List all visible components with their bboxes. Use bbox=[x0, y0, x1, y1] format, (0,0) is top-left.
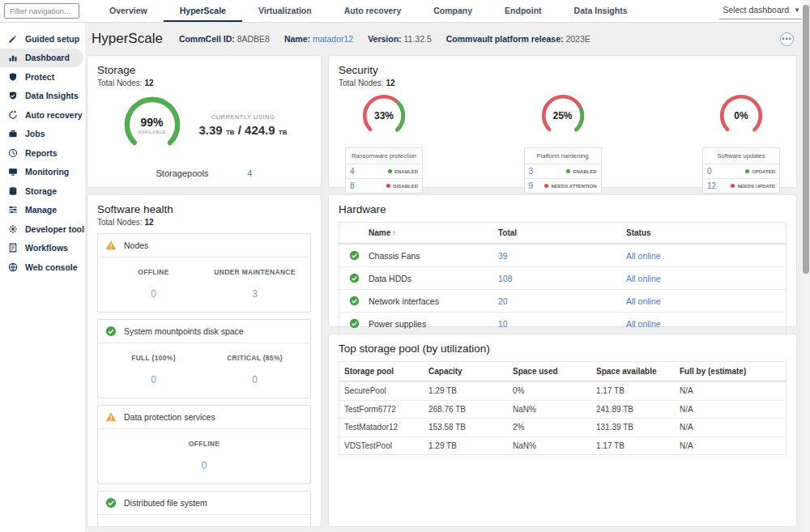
storagepools-row: Storagepools 4 bbox=[97, 168, 311, 178]
sidebar-item-manage[interactable]: Manage bbox=[0, 201, 85, 220]
sidebar-item-reports[interactable]: Reports bbox=[0, 143, 85, 163]
hardware-table-header: Name↑ Total Status bbox=[339, 223, 786, 244]
tab-endpoint[interactable]: Endpoint bbox=[488, 0, 558, 22]
hardware-status-link[interactable]: All online bbox=[626, 274, 786, 283]
col-storage-pool[interactable]: Storage pool bbox=[344, 367, 428, 376]
platform-release-label: Commvault platform release: bbox=[446, 34, 564, 44]
hardware-col-name[interactable]: Name↑ bbox=[369, 228, 498, 237]
sidebar-item-label: Reports bbox=[25, 148, 58, 158]
status-label: DISABLED bbox=[393, 184, 418, 189]
storagepools-count-link[interactable]: 4 bbox=[247, 168, 252, 178]
table-row: Data HDDs 108 All online bbox=[339, 266, 786, 289]
enabled-count-link[interactable]: 4 bbox=[350, 167, 355, 176]
tab-data-insights[interactable]: Data Insights bbox=[558, 0, 644, 22]
commcell-name-link[interactable]: matador12 bbox=[313, 34, 353, 44]
tab-overview[interactable]: Overview bbox=[93, 0, 164, 22]
report-gauge-icon bbox=[8, 148, 18, 158]
gear-icon bbox=[8, 224, 18, 234]
col-space-used[interactable]: Space used bbox=[513, 367, 596, 376]
software-health-total-nodes: Total Nodes: 12 bbox=[97, 218, 311, 227]
hardware-total-link[interactable]: 10 bbox=[498, 319, 626, 329]
critical-count-link[interactable]: 0 bbox=[204, 374, 305, 385]
more-actions-button[interactable]: ••• bbox=[780, 32, 794, 46]
dashboard-tabs: Overview HyperScale Virtualization Auto … bbox=[93, 0, 719, 22]
filter-navigation-input[interactable] bbox=[4, 3, 79, 19]
sidebar-item-jobs[interactable]: Jobs bbox=[0, 125, 85, 144]
sliders-icon bbox=[8, 205, 18, 215]
offline-label: OFFLINE bbox=[103, 526, 305, 527]
pool-capacity: 153.58 TB bbox=[428, 423, 513, 432]
pool-space-available: 1.17 TB bbox=[596, 386, 680, 395]
hardware-status-link[interactable]: All online bbox=[626, 251, 786, 261]
enabled-count-link[interactable]: 3 bbox=[529, 167, 534, 176]
offline-count-link[interactable]: 0 bbox=[103, 288, 204, 300]
needs-update-count-link[interactable]: 12 bbox=[707, 181, 716, 190]
sidebar-item-auto-recovery[interactable]: Auto recovery bbox=[0, 105, 85, 125]
scrollbar-thumb[interactable] bbox=[803, 5, 809, 274]
top-storage-pool-card: Top storage pool (by utilization) Storag… bbox=[328, 334, 797, 527]
col-capacity[interactable]: Capacity bbox=[428, 367, 513, 376]
hardware-total-link[interactable]: 20 bbox=[498, 296, 626, 306]
software-health-card: Software health Total Nodes: 12 Nodes OF… bbox=[87, 194, 322, 527]
needs-attention-count-link[interactable]: 9 bbox=[529, 181, 534, 190]
col-full-by[interactable]: Full by (estimate) bbox=[680, 367, 786, 376]
storage-gauge-sublabel: AVAILABLE bbox=[138, 130, 165, 134]
sidebar-item-label: Guided setup bbox=[25, 34, 79, 44]
data-protection-section-title: Data protection services bbox=[124, 412, 215, 422]
ransomware-protection-group: 33% Ransomware protection 4 ENABLED bbox=[345, 92, 423, 194]
table-row: 0 UPDATED bbox=[703, 164, 779, 178]
database-icon bbox=[8, 186, 18, 196]
hardware-total-link[interactable]: 39 bbox=[498, 251, 626, 261]
commcell-id-value: 8ADBE8 bbox=[237, 34, 270, 44]
green-dot-icon bbox=[566, 169, 570, 173]
sidebar-item-developer-tools[interactable]: Developer tools bbox=[0, 219, 85, 239]
hardware-col-total[interactable]: Total bbox=[498, 228, 626, 237]
sidebar-item-workflows[interactable]: Workflows bbox=[0, 239, 85, 258]
offline-count-link[interactable]: 0 bbox=[103, 460, 305, 471]
commcell-name: Name: matador12 bbox=[284, 34, 353, 44]
sidebar-item-label: Dashboard bbox=[25, 53, 70, 62]
software-updates-gauge-percent: 0% bbox=[734, 110, 748, 121]
warning-icon bbox=[105, 240, 117, 251]
filter-navigation-wrap bbox=[0, 0, 85, 22]
pool-full-by: N/A bbox=[680, 441, 786, 450]
sidebar-item-protect[interactable]: Protect bbox=[0, 67, 85, 87]
tab-auto-recovery[interactable]: Auto recovery bbox=[328, 0, 418, 22]
hardware-total-link[interactable]: 108 bbox=[498, 274, 626, 283]
col-space-available[interactable]: Space available bbox=[596, 367, 680, 376]
platform-hardening-group: 25% Platform hardening 3 ENABLED bbox=[524, 92, 602, 194]
updated-count-link[interactable]: 0 bbox=[707, 167, 712, 176]
table-row: Chassis Fans 39 All online bbox=[339, 244, 786, 266]
under-maintenance-count-link[interactable]: 3 bbox=[204, 288, 305, 300]
table-row: 4 ENABLED bbox=[346, 164, 422, 178]
platform-hardening-gauge-percent: 25% bbox=[552, 110, 572, 121]
sidebar-item-web-console[interactable]: Web console bbox=[0, 257, 85, 277]
select-dashboard-dropdown[interactable]: Select dashboard ▼ bbox=[719, 3, 804, 19]
storagepools-label: Storagepools bbox=[156, 168, 209, 178]
commcell-name-label: Name: bbox=[284, 34, 310, 44]
pool-name: SecurePool bbox=[344, 386, 428, 395]
platform-hardening-table: Platform hardening 3 ENABLED 9 NEEDS ATT… bbox=[524, 147, 602, 194]
tab-virtualization[interactable]: Virtualization bbox=[242, 0, 328, 22]
hardware-col-status[interactable]: Status bbox=[626, 228, 786, 237]
sidebar-navigation: Guided setup Dashboard Protect Data Insi… bbox=[0, 23, 85, 532]
sidebar-item-dashboard[interactable]: Dashboard bbox=[0, 49, 83, 68]
platform-hardening-table-title: Platform hardening bbox=[525, 148, 601, 164]
hardware-status-link[interactable]: All online bbox=[626, 296, 786, 306]
hardware-name: Data HDDs bbox=[369, 274, 498, 283]
tab-hyperscale[interactable]: HyperScale bbox=[164, 0, 242, 22]
full-count-link[interactable]: 0 bbox=[103, 374, 204, 385]
pool-full-by: N/A bbox=[680, 405, 786, 414]
sidebar-item-storage[interactable]: Storage bbox=[0, 181, 85, 201]
sidebar-item-data-insights[interactable]: Data Insights bbox=[0, 87, 85, 106]
dashboard-icon bbox=[8, 53, 18, 62]
sidebar-item-monitoring[interactable]: Monitoring bbox=[0, 163, 85, 182]
table-row: TestForm6772 268.76 TB NaN% 241.89 TB N/… bbox=[339, 400, 786, 419]
tab-company[interactable]: Company bbox=[417, 0, 488, 22]
chevron-down-icon: ▼ bbox=[794, 6, 800, 14]
hardware-status-link[interactable]: All online bbox=[626, 319, 786, 329]
sidebar-item-guided-setup[interactable]: Guided setup bbox=[0, 29, 85, 49]
disabled-count-link[interactable]: 8 bbox=[350, 181, 355, 190]
under-maintenance-label: UNDER MAINTENANCE bbox=[204, 268, 305, 276]
ransomware-table-title: Ransomware protection bbox=[346, 148, 422, 164]
